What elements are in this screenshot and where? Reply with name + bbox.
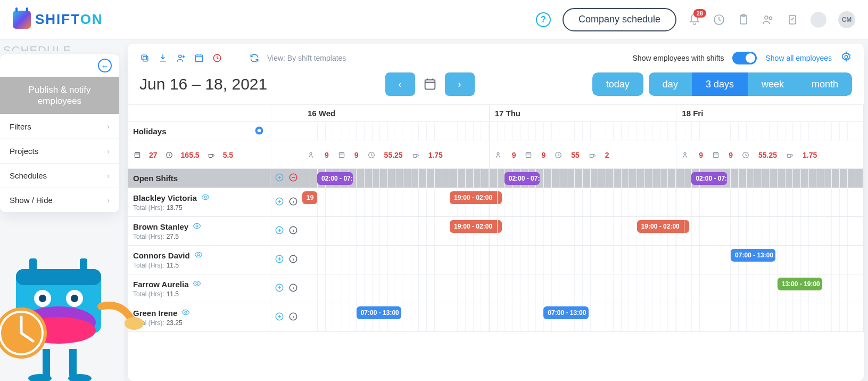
grid-action-header [270,105,302,121]
avatar[interactable] [811,12,826,28]
publish-button[interactable]: Publish & notify employees [0,77,119,114]
page-title-cutoff: SCHEDULE [3,44,119,51]
overall-totals: 27 165.5 5.5 [128,141,270,168]
info-icon[interactable] [288,312,298,323]
svg-rect-9 [80,258,87,274]
visibility-icon[interactable] [201,193,210,203]
visibility-icon[interactable] [193,222,201,232]
add-shift-icon[interactable] [275,225,284,237]
logo[interactable]: SHIFTON [13,11,103,29]
range-today[interactable]: today [592,72,643,96]
shift-block[interactable]: 19 [302,191,317,204]
info-icon[interactable] [288,197,298,208]
svg-point-4 [770,17,772,19]
shift-block[interactable]: 07:00 - 13:00 [357,306,401,319]
employee-row: Connors DavidTotal (Hrs):11.507:00 - 13:… [128,246,864,274]
col-header-0: 16 Wed [302,105,490,121]
add-shift-icon[interactable] [275,312,284,323]
svg-point-34 [310,152,312,155]
collapse-sidebar-icon[interactable]: ← [98,59,112,72]
company-schedule-button[interactable]: Company schedule [563,8,676,31]
svg-point-31 [258,129,261,133]
sidebar-item-1[interactable]: Projects› [0,139,119,163]
info-icon[interactable] [288,225,298,237]
shift-block[interactable]: 07:00 - 13:00 [543,306,588,319]
shift-block[interactable]: 07:00 - 13:00 [731,249,775,262]
svg-rect-19 [43,349,50,376]
info-icon[interactable] [288,254,298,266]
view-mode-label[interactable]: View: By shift templates [267,54,346,62]
visibility-icon[interactable] [194,250,203,261]
clipboard-icon[interactable] [737,13,750,26]
range-month[interactable]: month [798,72,852,96]
notification-badge: 28 [693,9,706,18]
range-week[interactable]: week [748,72,798,96]
holidays-row-label: Holidays [128,122,270,141]
notifications-icon[interactable]: 28 [688,13,701,26]
open-shift[interactable]: 02:00 - 07:00 [317,172,353,185]
svg-point-57 [185,311,187,313]
info-icon[interactable] [288,283,298,295]
panel-toolbar: View: By shift templates Show employees … [128,44,864,69]
svg-rect-8 [29,258,37,274]
holidays-icon[interactable] [254,125,264,137]
download-icon[interactable] [158,53,168,63]
users-icon[interactable] [762,13,774,26]
copy-icon[interactable] [139,53,150,63]
svg-rect-41 [713,152,718,157]
svg-point-3 [765,16,768,19]
logo-text: SHIFTON [35,11,103,28]
svg-rect-23 [143,56,148,61]
date-range-label: Jun 16 – 18, 2021 [139,75,267,93]
date-picker-icon[interactable] [418,72,442,96]
range-3days[interactable]: 3 days [692,72,748,96]
schedule-grid: 16 Wed 17 Thu 18 Fri Holidays [128,104,864,381]
open-shift[interactable]: 02:00 - 07:00 [691,172,727,185]
show-with-shifts-toggle[interactable] [732,52,757,64]
svg-point-40 [684,152,686,155]
tasks-icon[interactable] [786,13,799,26]
show-with-shifts-label: Show employees with shifts [633,54,724,62]
employee-row: Brown StanleyTotal (Hrs):27.519:00 - 02:… [128,217,864,246]
calendar-grid-icon[interactable] [194,53,204,63]
add-open-shift-icon[interactable] [275,173,284,184]
clock-icon[interactable] [713,13,725,26]
add-shift-icon[interactable] [275,283,284,295]
user-chip[interactable]: CM [838,11,855,28]
next-button[interactable]: › [445,72,475,96]
svg-rect-38 [526,152,531,157]
visibility-icon[interactable] [193,279,201,289]
employee-row: Farrow AureliaTotal (Hrs):11.513:00 - 19… [128,274,864,303]
sidebar-item-3[interactable]: Show / Hide› [0,188,119,212]
show-all-employees-link[interactable]: Show all employees [765,54,832,62]
svg-point-11 [39,295,46,302]
mascot-illustration [0,248,149,381]
add-user-icon[interactable] [176,53,186,63]
employee-row: Green IreneTotal (Hrs):23.2507:00 - 13:0… [128,303,864,332]
refresh-icon[interactable] [249,53,260,63]
prev-button[interactable]: ‹ [385,72,415,96]
shift-block[interactable]: 13:00 - 19:00 [778,278,822,290]
sidebar-item-0[interactable]: Filters› [0,114,119,139]
svg-rect-35 [339,152,344,157]
schedule-panel: View: By shift templates Show employees … [128,44,864,381]
add-shift-icon[interactable] [275,197,284,208]
svg-point-28 [845,55,848,59]
visibility-icon[interactable] [181,308,190,318]
add-shift-icon[interactable] [275,254,284,266]
svg-rect-24 [142,55,146,60]
date-nav-row: Jun 16 – 18, 2021 ‹ › today day 3 days w… [128,69,864,104]
svg-point-54 [196,282,198,285]
sidebar-item-2[interactable]: Schedules› [0,163,119,188]
svg-rect-32 [135,152,139,157]
open-shift[interactable]: 02:00 - 07:00 [505,172,540,185]
help-icon[interactable]: ? [536,12,551,27]
clock-red-icon[interactable] [212,53,222,63]
svg-point-18 [125,317,144,330]
logo-icon [13,11,31,29]
remove-open-shift-icon[interactable] [288,173,298,184]
svg-rect-29 [425,80,435,90]
settings-icon[interactable] [840,51,852,65]
range-buttons: today day 3 days week month [592,72,852,96]
range-day[interactable]: day [649,72,692,96]
